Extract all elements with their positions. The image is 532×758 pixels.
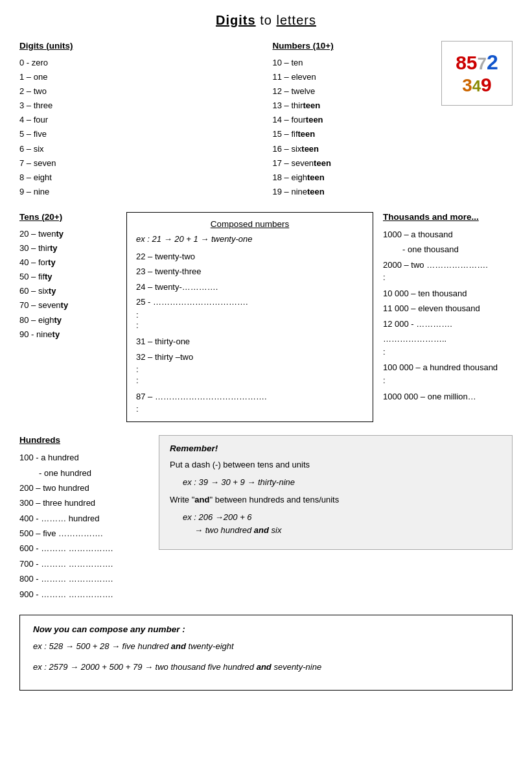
remember-title: Remember!	[170, 444, 502, 453]
numbers-10-section: Numbers (10+) 10 – ten 11 – eleven 12 – …	[273, 41, 513, 199]
list-item: 40 – forty	[19, 255, 117, 270]
list-item: 300 – three hundred	[19, 495, 149, 510]
list-item: - one thousand	[383, 242, 513, 257]
list-item: 19 – nineteen	[273, 185, 435, 199]
colon-line: :	[136, 375, 364, 386]
list-item: 11 – eleven	[273, 70, 435, 84]
thousands-list: 1000 – a thousand - one thousand 2000 – …	[383, 227, 513, 404]
composed-example1: ex : 21 → 20 + 1 → twenty-one	[136, 234, 364, 244]
list-item: 800 - ……… …………….	[19, 571, 149, 586]
list-item: 5 – five	[19, 127, 260, 141]
colon-line: :	[383, 347, 513, 358]
list-item: 17 – seventeen	[273, 156, 435, 171]
composed-list: 22 – twenty-two 23 – twenty-three 24 – t…	[136, 249, 364, 415]
list-item: 700 - ……… …………….	[19, 556, 149, 571]
list-item: 500 – five …………….	[19, 526, 149, 541]
list-item: 7 – seven	[19, 156, 260, 171]
hundreds-section: Hundreds 100 - a hundred - one hundred 2…	[19, 435, 149, 602]
colon-line: :	[136, 310, 364, 321]
hundreds-list: 100 - a hundred - one hundred 200 – two …	[19, 450, 149, 602]
colon-line: :	[383, 375, 513, 386]
composed-heading: Composed numbers	[136, 219, 364, 229]
title-digits: Digits	[216, 13, 256, 27]
list-item: 11 000 – eleven thousand	[383, 301, 513, 316]
colon-line: :	[136, 320, 364, 331]
remember-box: Remember! Put a dash (-) between tens an…	[159, 435, 513, 550]
list-item: 90 - ninety	[19, 327, 117, 342]
list-item: 25 - …………………………….	[136, 294, 364, 309]
list-item: 20 – twenty	[19, 227, 117, 241]
colon-line: :	[136, 364, 364, 375]
list-item: 1000 000 – one million…	[383, 389, 513, 404]
numbers-10-heading: Numbers (10+)	[273, 41, 435, 51]
final-example2: ex : 2579 → 2000 + 500 + 79 → two thousa…	[33, 660, 499, 674]
list-item: 15 – fifteen	[273, 127, 435, 141]
list-item: 6 – six	[19, 142, 260, 156]
composed-numbers-box: Composed numbers ex : 21 → 20 + 1 → twen…	[126, 212, 373, 422]
list-item: 1 – one	[19, 70, 260, 84]
list-item: 50 – fifty	[19, 270, 117, 284]
list-item: 12 – twelve	[273, 84, 435, 99]
list-item: 16 – sixteen	[273, 142, 435, 156]
list-item: 14 – fourteen	[273, 113, 435, 127]
thousands-heading: Thousands and more...	[383, 212, 513, 222]
tens-section: Tens (20+) 20 – twenty 30 – thirty 40 – …	[19, 212, 117, 342]
final-title: Now you can compose any number :	[33, 624, 499, 634]
tens-heading: Tens (20+)	[19, 212, 117, 222]
balloon-numbers-image: 8572 349	[441, 41, 513, 106]
list-item: 31 – thirty-one	[136, 334, 364, 349]
list-item: 200 – two hundred	[19, 480, 149, 495]
list-item: 87 – ………………………………….	[136, 389, 364, 404]
list-item: 12 000 - ………….	[383, 316, 513, 331]
page-title: Digits to letters	[19, 13, 513, 28]
remember-rule2: Write "and" between hundreds and tens/un…	[170, 493, 502, 507]
list-item: 22 – twenty-two	[136, 249, 364, 264]
list-item: 900 - ……… …………….	[19, 587, 149, 602]
list-item: - one hundred	[19, 466, 149, 480]
list-item: 0 - zero	[19, 56, 260, 70]
final-box: Now you can compose any number : ex : 52…	[19, 615, 513, 691]
colon-line: :	[383, 272, 513, 283]
remember-example2: ex : 206 →200 + 6 → two hundred and six	[183, 511, 502, 538]
list-item: 100 - a hundred	[19, 450, 149, 465]
list-item: 4 – four	[19, 113, 260, 127]
title-middle: to	[260, 13, 276, 27]
bottom-section: Hundreds 100 - a hundred - one hundred 2…	[19, 435, 513, 602]
list-item: 13 – thirteen	[273, 99, 435, 113]
list-item: 1000 – a thousand	[383, 227, 513, 242]
list-item: 100 000 – a hundred thousand	[383, 360, 513, 375]
list-item: 600 - ……… …………….	[19, 541, 149, 556]
digits-units-section: Digits (units) 0 - zero 1 – one 2 – two …	[19, 41, 260, 199]
list-item: 2 – two	[19, 84, 260, 99]
list-item: 18 – eighteen	[273, 171, 435, 185]
list-item: 60 – sixty	[19, 284, 117, 298]
final-example1: ex : 528 → 500 + 28 → five hundred and t…	[33, 639, 499, 654]
list-item: 9 – nine	[19, 185, 260, 199]
title-letters: letters	[276, 13, 316, 27]
list-item: 70 – seventy	[19, 298, 117, 313]
thousands-section: Thousands and more... 1000 – a thousand …	[383, 212, 513, 404]
balloon-numbers-visual: 8572 349	[456, 51, 498, 96]
list-item: 10 – ten	[273, 56, 435, 70]
numbers-10-text: Numbers (10+) 10 – ten 11 – eleven 12 – …	[273, 41, 435, 199]
digits-units-heading: Digits (units)	[19, 41, 260, 51]
list-item: 2000 – two ………………….	[383, 257, 513, 272]
remember-rule1: Put a dash (-) between tens and units	[170, 458, 502, 472]
list-item: 400 - ……… hundred	[19, 511, 149, 526]
list-item: 30 – thirty	[19, 241, 117, 255]
tens-list: 20 – twenty 30 – thirty 40 – forty 50 – …	[19, 227, 117, 342]
list-item: 8 – eight	[19, 171, 260, 185]
list-item: 32 – thirty –two	[136, 349, 364, 364]
digits-units-list: 0 - zero 1 – one 2 – two 3 – three 4 – f…	[19, 56, 260, 199]
list-item: 3 – three	[19, 99, 260, 113]
remember-example1: ex : 39 → 30 + 9 → thirty-nine	[183, 476, 502, 490]
hundreds-heading: Hundreds	[19, 435, 149, 445]
list-item: 23 – twenty-three	[136, 264, 364, 279]
colon-line: :	[136, 404, 364, 415]
numbers-10-list: 10 – ten 11 – eleven 12 – twelve 13 – th…	[273, 56, 435, 199]
list-item: …………………..	[383, 331, 513, 346]
list-item: 10 000 – ten thousand	[383, 286, 513, 301]
list-item: 24 – twenty-………….	[136, 279, 364, 294]
list-item: 80 – eighty	[19, 313, 117, 327]
